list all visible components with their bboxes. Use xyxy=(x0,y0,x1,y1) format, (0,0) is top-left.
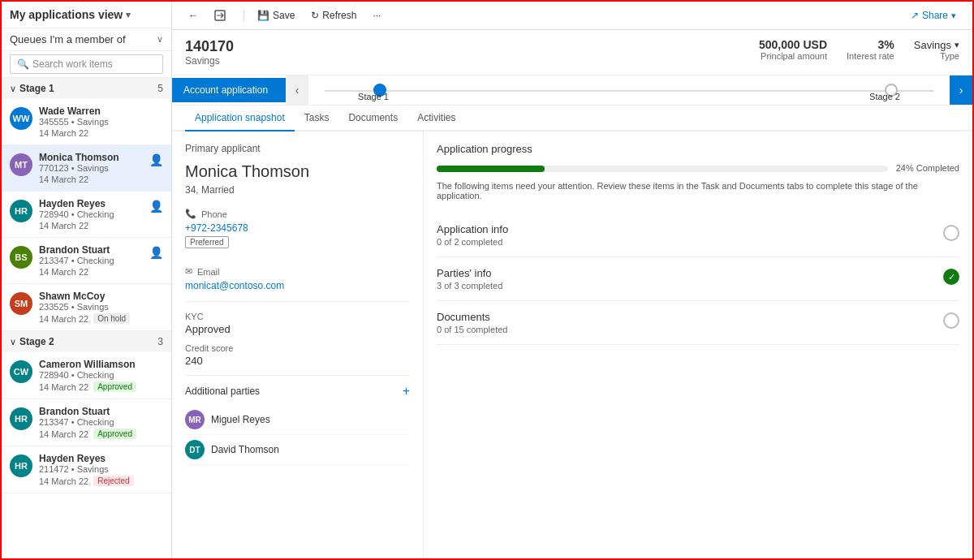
refresh-icon: ↻ xyxy=(311,10,319,21)
save-button[interactable]: 💾 Save xyxy=(251,6,301,24)
item-name: Hayden Reyes xyxy=(39,453,163,464)
item-date: 14 March 22 xyxy=(39,476,88,486)
list-item[interactable]: WW Wade Warren 345555 • Savings 14 March… xyxy=(2,99,171,145)
item-info: Hayden Reyes 211472 • Savings 14 March 2… xyxy=(39,453,163,486)
forward-button[interactable] xyxy=(208,6,232,24)
progress-bar-fill xyxy=(437,166,545,172)
avatar: HR xyxy=(10,407,32,430)
sidebar-title-text: My applications view xyxy=(10,8,123,21)
main-content: ← 💾 Save ↻ Refresh ··· ↗ Share ▾ xyxy=(172,2,972,558)
item-sub: 213347 • Checking xyxy=(39,417,163,427)
contact-section: 📞 Phone +972-2345678 Preferred xyxy=(185,209,410,256)
progress-title: Application progress xyxy=(437,143,959,155)
tab-activities[interactable]: Activities xyxy=(407,106,465,131)
interest-rate-label: Interest rate xyxy=(847,51,894,61)
progress-item-name: Application info xyxy=(437,223,508,235)
item-info: Wade Warren 345555 • Savings 14 March 22 xyxy=(39,106,163,138)
stage-prev-button[interactable]: ‹ xyxy=(286,75,308,105)
phone-label: 📞 Phone xyxy=(185,209,410,219)
tab-application-snapshot[interactable]: Application snapshot xyxy=(185,106,295,131)
list-item[interactable]: HR Hayden Reyes 211472 • Savings 14 Marc… xyxy=(2,446,171,493)
progress-item-icon xyxy=(943,312,959,329)
share-icon: ↗ xyxy=(911,10,919,21)
email-value[interactable]: monicat@contoso.com xyxy=(185,280,410,291)
item-info: Cameron Williamson 728940 • Checking 14 … xyxy=(39,359,163,392)
sidebar-title-chevron-icon: ▾ xyxy=(126,10,131,20)
list-item[interactable]: BS Brandon Stuart 213347 • Checking 14 M… xyxy=(2,238,171,284)
queues-chevron-icon[interactable]: ∨ xyxy=(157,34,163,45)
share-chevron-icon: ▾ xyxy=(951,11,956,21)
sidebar-title[interactable]: My applications view ▾ xyxy=(10,8,131,21)
stage1-chevron-icon: ∨ xyxy=(10,84,16,94)
save-label: Save xyxy=(273,10,295,21)
savings-type-chevron-icon: ▾ xyxy=(955,40,959,50)
progress-item-sub: 3 of 3 completed xyxy=(437,281,502,291)
stage-next-button[interactable]: › xyxy=(950,75,972,105)
email-section: ✉ Email monicat@contoso.com xyxy=(185,266,410,291)
tab-tasks-label: Tasks xyxy=(304,112,330,123)
avatar: HR xyxy=(10,454,32,477)
tab-application-snapshot-label: Application snapshot xyxy=(195,112,285,123)
progress-bar-container xyxy=(437,166,888,172)
status-badge: On hold xyxy=(93,313,130,324)
applicant-detail: 34, Married xyxy=(185,184,410,196)
more-button[interactable]: ··· xyxy=(366,6,387,24)
item-action-icon: 👤 xyxy=(149,200,163,213)
interest-rate-value: 3% xyxy=(847,38,894,51)
progress-note: The following items need your attention.… xyxy=(437,181,959,200)
email-label: ✉ Email xyxy=(185,266,410,277)
list-item[interactable]: HR Hayden Reyes 728940 • Checking 14 Mar… xyxy=(2,192,171,238)
search-input-wrapper[interactable]: 🔍 Search work items xyxy=(10,54,163,74)
savings-type-dropdown[interactable]: Savings ▾ xyxy=(914,39,959,51)
stage-line xyxy=(325,90,933,92)
party-avatar: MR xyxy=(185,410,205,429)
savings-type-label: Type xyxy=(914,51,959,61)
stage1-count: 5 xyxy=(157,83,163,94)
item-date: 14 March 22 xyxy=(39,267,88,277)
principal-amount-field: 500,000 USD Principal amount xyxy=(759,38,827,61)
refresh-button[interactable]: ↻ Refresh xyxy=(304,6,363,24)
left-panel: Primary applicant Monica Thomson 34, Mar… xyxy=(172,131,424,558)
phone-icon: 📞 xyxy=(185,209,196,219)
item-name: Shawn McCoy xyxy=(39,291,163,302)
list-item[interactable]: CW Cameron Williamson 728940 • Checking … xyxy=(2,352,171,399)
add-party-button[interactable]: + xyxy=(403,384,410,398)
stage-progress-wrapper: Stage 1 Stage 2 xyxy=(308,75,950,105)
stage-bar: Account application ‹ Stage 1 Stage 2 › xyxy=(172,75,972,106)
savings-type-field: Savings ▾ Type xyxy=(914,39,959,61)
search-box: 🔍 Search work items xyxy=(2,51,171,78)
share-button[interactable]: ↗ Share ▾ xyxy=(904,6,963,24)
tabs-bar: Application snapshot Tasks Documents Act… xyxy=(172,106,972,131)
record-id: 140170 xyxy=(185,38,234,55)
avatar: MT xyxy=(10,153,32,176)
kyc-label: KYC xyxy=(185,312,410,321)
item-info: Hayden Reyes 728940 • Checking 14 March … xyxy=(39,198,143,230)
item-date: 14 March 22 xyxy=(39,429,88,439)
interest-rate-field: 3% Interest rate xyxy=(847,38,894,61)
phone-value[interactable]: +972-2345678 xyxy=(185,222,410,234)
principal-amount-value: 500,000 USD xyxy=(759,38,827,51)
stage2-header[interactable]: ∨ Stage 2 3 xyxy=(2,331,171,352)
back-button[interactable]: ← xyxy=(182,6,205,24)
list-item[interactable]: SM Shawn McCoy 233525 • Savings 14 March… xyxy=(2,284,171,331)
sidebar-list: ∨ Stage 1 5 WW Wade Warren 345555 • Savi… xyxy=(2,78,171,558)
progress-item-docs: Documents 0 of 15 completed xyxy=(437,301,959,345)
stage2-count: 3 xyxy=(157,336,163,347)
tab-documents-label: Documents xyxy=(348,112,398,123)
sidebar: My applications view ▾ Queues I'm a memb… xyxy=(2,2,172,558)
list-item[interactable]: HR Brandon Stuart 213347 • Checking 14 M… xyxy=(2,399,171,446)
tab-documents[interactable]: Documents xyxy=(338,106,407,131)
tab-tasks[interactable]: Tasks xyxy=(295,106,339,131)
stage1-header[interactable]: ∨ Stage 1 5 xyxy=(2,78,171,99)
list-item[interactable]: MT Monica Thomson 770123 • Savings 14 Ma… xyxy=(2,145,171,192)
email-icon: ✉ xyxy=(185,266,192,277)
progress-item-appinfo: Application info 0 of 2 completed xyxy=(437,213,959,257)
refresh-label: Refresh xyxy=(322,10,356,21)
item-sub: 211472 • Savings xyxy=(39,464,163,474)
progress-item-name: Parties' info xyxy=(437,267,502,279)
item-name: Brandon Stuart xyxy=(39,406,163,417)
item-sub: 345555 • Savings xyxy=(39,117,163,127)
status-badge: Approved xyxy=(93,429,136,439)
additional-parties-title: Additional parties xyxy=(185,386,260,397)
stage-tab[interactable]: Account application xyxy=(172,78,286,102)
